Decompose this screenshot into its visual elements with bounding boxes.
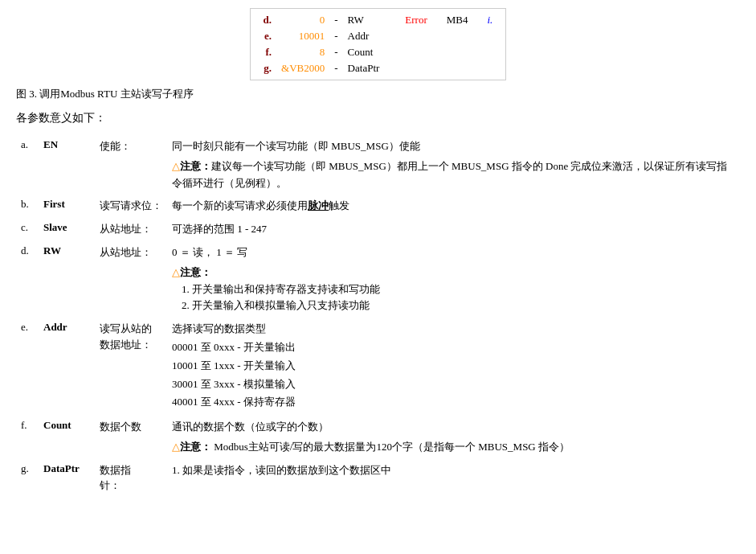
diag-value-e: 10001 [276,28,329,44]
diag-type-g: DataPtr [343,60,385,76]
param-cn-e: 读写从站的数据地址： [95,318,167,416]
param-cn-f: 数据个数 [95,416,167,459]
param-note-a: △注意：建议每一个读写功能（即 MBUS_MSG）都用上一个 MBUS_MSG … [172,158,735,192]
param-row-b: b. First 读写请求位： 每一个新的读写请求必须使用脉冲触发 [16,195,740,218]
warning-icon-a: △ [172,160,180,172]
diag-i-d: i. [483,12,498,28]
addr-range-1: 00001 至 0xxx - 开关量输出 [172,339,735,356]
param-desc-a: 同一时刻只能有一个读写功能（即 MBUS_MSG）使能 △注意：建议每一个读写功… [167,135,740,195]
param-desc-g: 1. 如果是读指令，读回的数据放到这个数据区中 [167,459,740,497]
warning-icon-d: △ [172,266,180,278]
param-cn-c: 从站地址： [95,218,167,241]
diag-error-d: Error [400,12,431,28]
diag-dash-f: - [329,44,342,60]
addr-range-3: 30001 至 3xxx - 模拟量输入 [172,376,735,393]
diag-value-d: 0 [276,12,329,28]
rw-note-1: 1. 开关量输出和保持寄存器支持读和写功能 [172,281,735,298]
addr-range-2: 10001 至 1xxx - 开关量输入 [172,358,735,375]
param-row-g: g. DataPtr 数据指针： 1. 如果是读指令，读回的数据放到这个数据区中 [16,459,740,497]
diag-value-g: &VB2000 [276,60,329,76]
param-desc-e: 选择读写的数据类型 00001 至 0xxx - 开关量输出 10001 至 1… [167,318,740,416]
param-desc-c: 可选择的范围 1 - 247 [167,218,740,241]
diagram-box: d. 0 - RW Error MB4 i. e. 10001 - Addr [250,8,507,80]
params-table: a. EN 使能： 同一时刻只能有一个读写功能（即 MBUS_MSG）使能 △注… [16,135,740,497]
param-cn-g: 数据指针： [95,459,167,497]
diag-type-e: Addr [343,28,385,44]
param-row-a: a. EN 使能： 同一时刻只能有一个读写功能（即 MBUS_MSG）使能 △注… [16,135,740,195]
param-name-b: First [39,195,95,218]
param-row-e: e. Addr 读写从站的数据地址： 选择读写的数据类型 00001 至 0xx… [16,318,740,416]
diagram-row-g: g. &VB2000 - DataPtr [259,60,498,76]
addr-range-4: 40001 至 4xxx - 保持寄存器 [172,394,735,411]
param-letter-a: a. [16,135,39,195]
param-cn-d: 从站地址： [95,241,167,318]
param-letter-c: c. [16,218,39,241]
param-row-d: d. RW 从站地址： 0 ＝ 读， 1 ＝ 写 △注意： 1. 开关量输出和保… [16,241,740,318]
param-desc-f: 通讯的数据个数（位或字的个数） △注意： Modbus主站可读/写的最大数据量为… [167,416,740,459]
param-desc-d: 0 ＝ 读， 1 ＝ 写 △注意： 1. 开关量输出和保持寄存器支持读和写功能 … [167,241,740,318]
warning-icon-f: △ [172,441,180,453]
param-cn-b: 读写请求位： [95,195,167,218]
param-name-c: Slave [39,218,95,241]
param-name-g: DataPtr [39,459,95,497]
rw-main-desc: 0 ＝ 读， 1 ＝ 写 [172,244,735,261]
note-bold-a: 注意： [180,160,211,172]
param-letter-d: d. [16,241,39,318]
diag-letter-f: f. [259,44,276,60]
diag-type-f: Count [343,44,385,60]
note-bold-f: 注意： [180,441,211,453]
addr-main-desc: 选择读写的数据类型 [172,321,735,338]
param-letter-b: b. [16,195,39,218]
addr-list: 00001 至 0xxx - 开关量输出 10001 至 1xxx - 开关量输… [172,339,735,411]
diag-letter-d: d. [259,12,276,28]
count-main-desc: 通讯的数据个数（位或字的个数） [172,419,735,436]
param-row-c: c. Slave 从站地址： 可选择的范围 1 - 247 [16,218,740,241]
param-letter-f: f. [16,416,39,459]
diag-letter-g: g. [259,60,276,76]
diagram-row-e: e. 10001 - Addr [259,28,498,44]
diag-dash-g: - [329,60,342,76]
diag-dash-e: - [329,28,342,44]
pulse-text: 脉冲 [308,199,329,211]
diag-mb-d: MB4 [442,12,473,28]
diagram-row-f: f. 8 - Count [259,44,498,60]
diag-type-d: RW [343,12,385,28]
param-desc-a-text: 同一时刻只能有一个读写功能（即 MBUS_MSG）使能 [172,140,420,152]
param-name-d: RW [39,241,95,318]
param-letter-g: g. [16,459,39,497]
diagram-table: d. 0 - RW Error MB4 i. e. 10001 - Addr [259,12,498,76]
params-intro: 各参数意义如下： [16,111,740,125]
param-name-f: Count [39,416,95,459]
diag-dash-d: - [329,12,342,28]
rw-note-header: △注意： [172,265,735,281]
count-note: △注意： Modbus主站可读/写的最大数据量为120个字（是指每一个 MBUS… [172,439,735,456]
param-letter-e: e. [16,318,39,416]
note-bold-d: 注意： [180,266,211,278]
diag-letter-e: e. [259,28,276,44]
diag-value-f: 8 [276,44,329,60]
param-cn-a: 使能： [95,135,167,195]
param-desc-b: 每一个新的读写请求必须使用脉冲触发 [167,195,740,218]
diagram-row-d: d. 0 - RW Error MB4 i. [259,12,498,28]
diagram-area: d. 0 - RW Error MB4 i. e. 10001 - Addr [16,8,740,80]
fig-caption: 图 3. 调用Modbus RTU 主站读写子程序 [16,87,740,101]
param-name-e: Addr [39,318,95,416]
param-name-a: EN [39,135,95,195]
param-row-f: f. Count 数据个数 通讯的数据个数（位或字的个数） △注意： Modbu… [16,416,740,459]
rw-note-2: 2. 开关量输入和模拟量输入只支持读功能 [172,298,735,314]
